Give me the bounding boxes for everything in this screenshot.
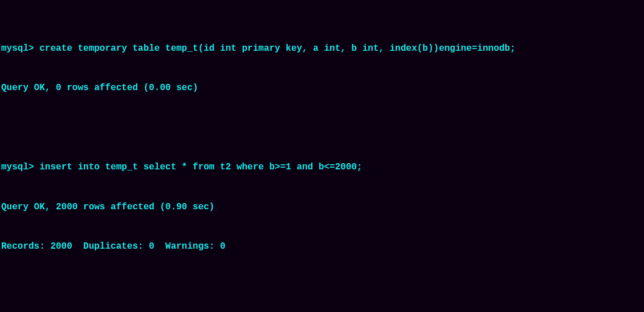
create-result: Query OK, 0 rows affected (0.00 sec) — [1, 82, 643, 95]
prompt[interactable]: mysql> — [1, 43, 39, 54]
blank — [1, 121, 643, 135]
cmd-insert-line: mysql> insert into temp_t select * from … — [1, 161, 643, 174]
cmd-create: create temporary table temp_t(id int pri… — [39, 43, 515, 54]
terminal-output: mysql> create temporary table temp_t(id … — [0, 0, 644, 312]
insert-result1: Query OK, 2000 rows affected (0.90 sec) — [1, 201, 643, 214]
cmd-insert: insert into temp_t select * from t2 wher… — [39, 162, 362, 172]
insert-result2: Records: 2000 Duplicates: 0 Warnings: 0 — [1, 240, 643, 253]
blank — [1, 280, 643, 293]
prompt[interactable]: mysql> — [1, 162, 39, 172]
cmd-create-line: mysql> create temporary table temp_t(id … — [1, 42, 643, 55]
